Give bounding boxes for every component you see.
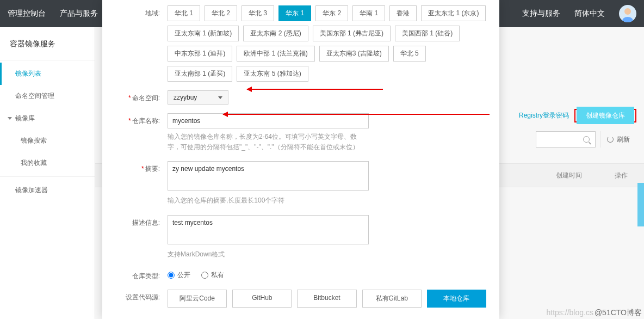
label-region: 地域: bbox=[102, 5, 168, 18]
repo-name-input[interactable] bbox=[168, 113, 369, 128]
summary-input[interactable] bbox=[168, 161, 369, 191]
divider bbox=[0, 176, 95, 177]
region-option[interactable]: 欧洲中部 1 (法兰克福) bbox=[237, 46, 314, 62]
source-option[interactable]: Bitbucket bbox=[297, 290, 356, 308]
service-title: 容器镜像服务 bbox=[0, 27, 95, 58]
refresh-label: 刷新 bbox=[617, 135, 630, 144]
radio-public[interactable]: 公开 bbox=[168, 271, 190, 280]
sidebar: 容器镜像服务 镜像列表命名空间管理镜像库镜像搜索我的收藏镜像加速器 bbox=[0, 27, 95, 319]
nav-products[interactable]: 产品与服务 bbox=[60, 9, 98, 19]
sidebar-item[interactable]: 镜像列表 bbox=[0, 63, 95, 85]
side-strip bbox=[637, 183, 644, 226]
region-option[interactable]: 华北 5 bbox=[393, 46, 426, 62]
region-option[interactable]: 华东 1 bbox=[278, 5, 311, 21]
annotation-arrow-1 bbox=[247, 89, 383, 90]
radio-private-label: 私有 bbox=[211, 271, 224, 280]
region-list: 华北 1华北 2华北 3华东 1华东 2华南 1香港亚太东北 1 (东京)亚太东… bbox=[168, 5, 486, 82]
source-option[interactable]: 本地仓库 bbox=[427, 290, 486, 308]
region-option[interactable]: 华南 1 bbox=[352, 5, 385, 21]
refresh-icon bbox=[607, 136, 614, 143]
label-summary: *摘要: bbox=[102, 161, 168, 174]
region-option[interactable]: 中东东部 1 (迪拜) bbox=[168, 46, 232, 62]
sidebar-item[interactable]: 镜像搜索 bbox=[0, 130, 95, 152]
source-option[interactable]: 私有GitLab bbox=[362, 290, 422, 308]
chevron-down-icon bbox=[8, 117, 12, 120]
region-option[interactable]: 华北 1 bbox=[168, 5, 200, 21]
region-option[interactable]: 亚太南部 1 (孟买) bbox=[168, 66, 232, 82]
region-option[interactable]: 亚太东南 2 (悉尼) bbox=[243, 26, 308, 41]
region-option[interactable]: 华东 2 bbox=[315, 5, 348, 21]
registry-password-link[interactable]: Registry登录密码 bbox=[519, 111, 569, 120]
nav-console[interactable]: 管理控制台 bbox=[8, 9, 46, 19]
desc-help: 支持MarkDown格式 bbox=[168, 249, 369, 260]
sidebar-item[interactable]: 我的收藏 bbox=[0, 152, 95, 174]
region-option[interactable]: 美国西部 1 (硅谷) bbox=[395, 26, 460, 41]
sidebar-item[interactable]: 命名空间管理 bbox=[0, 85, 95, 107]
create-repo-modal: 地域: 华北 1华北 2华北 3华东 1华东 2华南 1香港亚太东北 1 (东京… bbox=[102, 0, 499, 319]
radio-public-input[interactable] bbox=[168, 272, 175, 279]
namespace-select[interactable]: zzyybuy bbox=[168, 90, 228, 105]
label-source: 设置代码源: bbox=[102, 290, 168, 302]
desc-input[interactable] bbox=[168, 215, 369, 244]
nav-language[interactable]: 简体中文 bbox=[574, 9, 605, 19]
divider bbox=[0, 60, 95, 60]
sidebar-item-label: 镜像库 bbox=[15, 114, 35, 123]
annotation-arrow-2 bbox=[223, 114, 490, 115]
region-option[interactable]: 亚太东北 1 (东京) bbox=[421, 5, 486, 21]
source-option[interactable]: GitHub bbox=[232, 290, 292, 308]
create-highlight: 创建镜像仓库 bbox=[574, 109, 636, 122]
namespace-value: zzyybuy bbox=[174, 94, 197, 101]
nav-support[interactable]: 支持与服务 bbox=[522, 9, 560, 19]
radio-private[interactable]: 私有 bbox=[201, 271, 224, 280]
search-icon bbox=[583, 136, 590, 143]
radio-private-input[interactable] bbox=[201, 272, 208, 279]
col-create-time: 创建时间 bbox=[523, 171, 582, 180]
sidebar-item[interactable]: 镜像加速器 bbox=[0, 179, 95, 201]
radio-public-label: 公开 bbox=[177, 271, 190, 280]
region-option[interactable]: 亚太东南 1 (新加坡) bbox=[168, 26, 239, 41]
label-type: 仓库类型: bbox=[102, 268, 168, 281]
region-option[interactable]: 华北 3 bbox=[242, 5, 274, 21]
search-box[interactable] bbox=[536, 131, 596, 148]
label-desc: 描述信息: bbox=[102, 215, 168, 228]
region-option[interactable]: 华北 2 bbox=[205, 5, 237, 21]
region-option[interactable]: 美国东部 1 (弗吉尼亚) bbox=[313, 26, 391, 41]
refresh-button[interactable]: 刷新 bbox=[600, 131, 636, 148]
label-namespace: *命名空间: bbox=[102, 90, 168, 103]
region-option[interactable]: 香港 bbox=[389, 5, 417, 21]
region-option[interactable]: 亚太东南 5 (雅加达) bbox=[237, 66, 308, 82]
source-list: 阿里云CodeGitHubBitbucket私有GitLab本地仓库 bbox=[168, 290, 486, 308]
label-repo: *仓库名称: bbox=[102, 113, 168, 126]
repo-help: 输入您的镜像仓库名称，长度为2-64位。可填写小写英文字母、数字，可使用的分隔符… bbox=[168, 132, 369, 152]
create-repo-button[interactable]: 创建镜像仓库 bbox=[577, 107, 634, 124]
source-option[interactable]: 阿里云Code bbox=[168, 290, 227, 308]
summary-help: 输入您的仓库的摘要,长度最长100个字符 bbox=[168, 195, 369, 206]
avatar[interactable] bbox=[619, 5, 636, 22]
sidebar-group[interactable]: 镜像库 bbox=[0, 107, 95, 130]
chevron-down-icon bbox=[218, 96, 222, 99]
col-action: 操作 bbox=[582, 171, 628, 180]
region-option[interactable]: 亚太东南3 (吉隆坡) bbox=[319, 46, 389, 62]
